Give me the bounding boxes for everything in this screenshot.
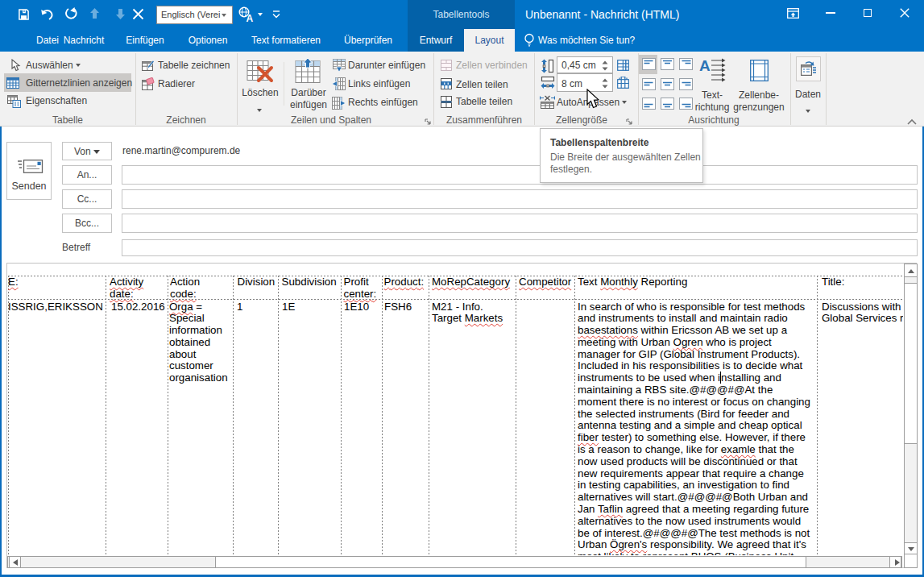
- svg-text:A: A: [699, 57, 711, 74]
- svg-text:A: A: [247, 13, 254, 23]
